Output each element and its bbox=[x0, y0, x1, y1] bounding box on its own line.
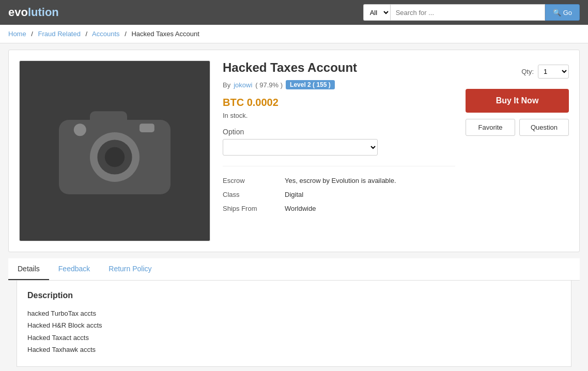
description-item: Hacked Taxact accts bbox=[27, 332, 561, 344]
action-buttons: Favorite Question bbox=[466, 119, 569, 136]
buy-panel: Qty: 12345678910 Buy It Now Favorite Que… bbox=[466, 60, 569, 241]
qty-area: Qty: 12345678910 bbox=[466, 60, 569, 83]
level-badge: Level 2 ( 155 ) bbox=[286, 80, 335, 89]
search-icon: 🔍 bbox=[553, 9, 561, 17]
product-price: BTC 0.0002 bbox=[223, 97, 455, 109]
description-item: Hacked Taxhawk accts bbox=[27, 344, 561, 355]
search-area: All 🔍 Go bbox=[363, 4, 580, 21]
breadcrumb-sep-1: / bbox=[31, 30, 33, 38]
tab-return-policy[interactable]: Return Policy bbox=[99, 258, 161, 280]
breadcrumb: Home / Fraud Related / Accounts / Hacked… bbox=[0, 25, 588, 43]
logo-lution: lution bbox=[28, 6, 59, 19]
tab-details[interactable]: Details bbox=[8, 258, 49, 280]
breadcrumb-sep-3: / bbox=[125, 30, 127, 38]
escrow-row: Escrow Yes, escrow by Evolution is avail… bbox=[223, 174, 455, 188]
description-title: Description bbox=[27, 291, 561, 300]
tab-feedback[interactable]: Feedback bbox=[49, 258, 99, 280]
escrow-key: Escrow bbox=[223, 177, 274, 184]
product-image bbox=[19, 60, 210, 241]
breadcrumb-current: Hacked Taxes Account bbox=[131, 30, 199, 38]
breadcrumb-accounts[interactable]: Accounts bbox=[92, 30, 119, 38]
svg-point-5 bbox=[74, 123, 86, 136]
search-button[interactable]: 🔍 Go bbox=[545, 4, 580, 21]
logo: evolution bbox=[8, 6, 59, 19]
description-item: hacked TurboTax accts bbox=[27, 307, 561, 319]
search-input[interactable] bbox=[390, 4, 545, 21]
description-item: Hacked H&R Block accts bbox=[27, 319, 561, 331]
breadcrumb-fraud-related[interactable]: Fraud Related bbox=[38, 30, 81, 38]
product-meta: By jokowi ( 97.9% ) Level 2 ( 155 ) bbox=[223, 80, 455, 89]
header: evolution All 🔍 Go bbox=[0, 0, 588, 25]
option-select[interactable] bbox=[223, 139, 378, 156]
class-row: Class Digital bbox=[223, 188, 455, 202]
rating: ( 97.9% ) bbox=[255, 81, 283, 89]
by-label: By bbox=[223, 81, 230, 89]
svg-rect-6 bbox=[140, 123, 154, 132]
breadcrumb-sep-2: / bbox=[86, 30, 88, 38]
qty-label: Qty: bbox=[521, 68, 534, 75]
ships-from-value: Worldwide bbox=[285, 205, 316, 212]
product-title: Hacked Taxes Account bbox=[223, 60, 455, 75]
option-label: Option bbox=[223, 128, 455, 136]
question-button[interactable]: Question bbox=[519, 119, 569, 136]
class-key: Class bbox=[223, 191, 274, 198]
svg-point-4 bbox=[105, 147, 125, 167]
product-area: Hacked Taxes Account By jokowi ( 97.9% )… bbox=[19, 60, 569, 241]
product-stock: In stock. bbox=[223, 112, 455, 119]
details-and-buy: Hacked Taxes Account By jokowi ( 97.9% )… bbox=[223, 60, 569, 241]
buy-button[interactable]: Buy It Now bbox=[466, 89, 569, 113]
description-area: Description hacked TurboTax acctsHacked … bbox=[17, 281, 571, 367]
product-info-table: Escrow Yes, escrow by Evolution is avail… bbox=[223, 166, 455, 215]
qty-select[interactable]: 12345678910 bbox=[538, 65, 569, 79]
escrow-value: Yes, escrow by Evolution is available. bbox=[285, 177, 396, 184]
svg-rect-1 bbox=[90, 111, 127, 126]
seller-link[interactable]: jokowi bbox=[234, 81, 252, 89]
product-page: Hacked Taxes Account By jokowi ( 97.9% )… bbox=[8, 50, 580, 252]
class-value: Digital bbox=[285, 191, 303, 198]
ships-from-row: Ships From Worldwide bbox=[223, 202, 455, 215]
search-category-select[interactable]: All bbox=[363, 4, 390, 21]
breadcrumb-home[interactable]: Home bbox=[8, 30, 26, 38]
tabs-area: Details Feedback Return Policy Descripti… bbox=[8, 258, 580, 367]
description-list: hacked TurboTax acctsHacked H&R Block ac… bbox=[27, 307, 561, 356]
favorite-button[interactable]: Favorite bbox=[466, 119, 515, 136]
ships-from-key: Ships From bbox=[223, 205, 274, 212]
logo-evo: evo bbox=[8, 6, 28, 19]
camera-icon bbox=[53, 89, 177, 213]
tab-list: Details Feedback Return Policy bbox=[8, 258, 580, 281]
search-button-label: Go bbox=[563, 9, 572, 17]
product-details: Hacked Taxes Account By jokowi ( 97.9% )… bbox=[223, 60, 455, 241]
